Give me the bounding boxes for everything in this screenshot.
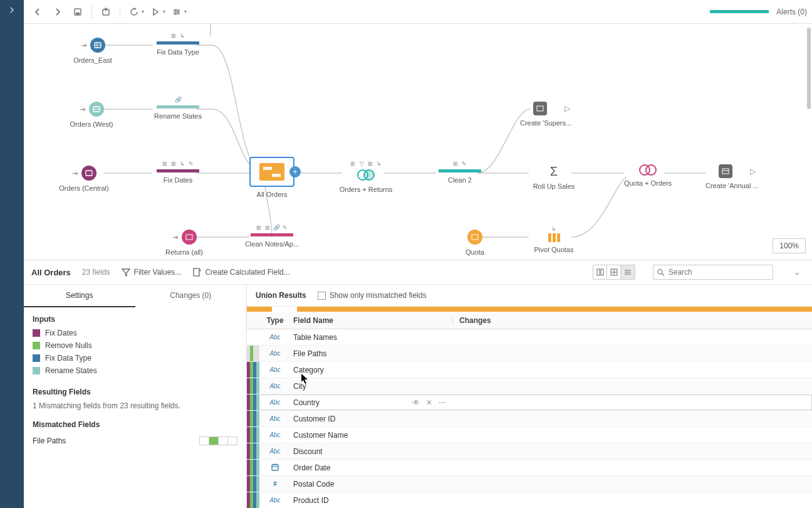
union-results-title: Union Results xyxy=(256,291,306,300)
node-label: Clean 2 xyxy=(448,176,472,184)
mini-icons: ⊞✎ xyxy=(452,161,467,167)
field-name-cell[interactable]: Category xyxy=(289,366,452,374)
type-cell[interactable]: Abc xyxy=(261,448,289,455)
node-label: Clean Notes/Ap... xyxy=(245,240,299,248)
filter-values-button[interactable]: Filter Values... xyxy=(122,268,182,277)
svg-rect-19 xyxy=(86,171,92,176)
field-name-cell[interactable]: File Paths xyxy=(289,349,452,358)
node-create-annual[interactable] xyxy=(719,164,732,178)
node-rollup-sales[interactable]: Σ xyxy=(550,164,558,179)
table-row[interactable]: Abc Country👁✕⋯ xyxy=(247,394,812,411)
publish-button[interactable] xyxy=(97,3,115,21)
type-cell[interactable]: Abc xyxy=(261,497,289,504)
run-dropdown[interactable]: ▾ xyxy=(147,3,165,21)
more-icon[interactable]: ⋯ xyxy=(439,398,446,407)
type-cell[interactable]: Abc xyxy=(261,383,289,389)
tab-changes[interactable]: Changes (0) xyxy=(135,285,247,307)
svg-line-37 xyxy=(662,273,664,275)
type-cell[interactable]: Abc xyxy=(261,431,289,438)
table-row[interactable]: Order Date xyxy=(247,460,812,476)
forward-button[interactable] xyxy=(49,3,66,21)
type-cell[interactable]: Abc xyxy=(261,366,289,373)
mini-icons: ↳ xyxy=(551,226,557,232)
node-orders-returns[interactable] xyxy=(357,169,375,181)
collapse-panel-button[interactable]: ⌄ xyxy=(789,268,804,277)
tab-settings[interactable]: Settings xyxy=(24,285,135,307)
field-name-cell[interactable]: Customer Name xyxy=(289,431,452,440)
search-input[interactable] xyxy=(669,268,769,277)
alerts-label[interactable]: Alerts (0) xyxy=(776,8,807,16)
input-item[interactable]: Fix Data Type xyxy=(33,354,237,362)
svg-rect-28 xyxy=(597,269,600,275)
step-clean-notes[interactable] xyxy=(251,233,293,236)
step-fix-dates[interactable] xyxy=(157,169,199,172)
node-orders-east[interactable] xyxy=(90,38,105,53)
table-row[interactable]: Abc Product ID xyxy=(247,492,812,508)
node-orders-central[interactable] xyxy=(81,166,96,181)
node-orders-west[interactable] xyxy=(89,102,104,117)
svg-point-5 xyxy=(175,13,177,14)
back-button[interactable] xyxy=(29,3,46,21)
type-cell[interactable]: Abc xyxy=(261,415,289,422)
type-cell[interactable] xyxy=(261,463,289,473)
remove-icon[interactable]: ✕ xyxy=(426,398,432,407)
node-quota[interactable] xyxy=(467,230,482,245)
field-name-cell[interactable]: City xyxy=(289,382,452,391)
refresh-dropdown[interactable]: ▾ xyxy=(125,3,144,21)
flow-canvas[interactable]: ⇥ Orders_East ⊞↳ Fix Data Type xyxy=(24,24,812,260)
mini-icons: ⊞▽⊞↳ xyxy=(350,161,382,167)
show-mismatch-checkbox[interactable]: Show only mismatched fields xyxy=(318,291,427,300)
node-quota-orders[interactable] xyxy=(639,164,657,176)
table-row[interactable]: Abc Category xyxy=(247,362,812,378)
mismatched-item[interactable]: File Paths xyxy=(33,434,237,448)
field-name-cell[interactable]: Order Date xyxy=(289,463,452,472)
table-row[interactable]: Abc Customer ID xyxy=(247,411,812,427)
node-all-orders[interactable]: + xyxy=(249,157,294,187)
input-item[interactable]: Fix Dates xyxy=(33,329,237,337)
type-cell[interactable]: # xyxy=(261,480,289,487)
save-button[interactable] xyxy=(69,3,86,21)
input-item[interactable]: Remove Nulls xyxy=(33,341,237,350)
add-step-button[interactable]: + xyxy=(289,166,301,177)
field-name-cell[interactable]: Discount xyxy=(289,447,452,456)
table-row[interactable]: Abc Discount xyxy=(247,443,812,460)
type-cell[interactable]: Abc xyxy=(261,399,289,406)
node-returns-all[interactable] xyxy=(182,230,197,245)
field-name-cell[interactable]: Table Names xyxy=(289,333,452,342)
field-name-cell[interactable]: Customer ID xyxy=(289,415,452,423)
play-icon[interactable]: ▷ xyxy=(565,104,570,113)
step-rename-states[interactable] xyxy=(157,105,199,108)
table-row[interactable]: Abc Customer Name xyxy=(247,427,812,443)
table-row[interactable]: Abc File Paths xyxy=(247,346,812,362)
svg-rect-25 xyxy=(194,268,199,276)
node-label: Quota xyxy=(466,248,484,256)
field-name-cell[interactable]: Country👁✕⋯ xyxy=(289,398,452,407)
play-icon[interactable]: ▷ xyxy=(750,167,756,176)
hide-icon[interactable]: 👁 xyxy=(412,398,420,407)
expand-rail-button[interactable] xyxy=(9,6,15,15)
step-fix-data-type[interactable] xyxy=(157,41,199,45)
view-profile-button[interactable] xyxy=(593,265,607,279)
input-item[interactable]: Rename States xyxy=(33,366,237,375)
mini-icons: ⊞⊞🔗✎ xyxy=(256,225,288,231)
create-calc-field-button[interactable]: Create Calculated Field... xyxy=(192,268,289,277)
table-row[interactable]: Abc City xyxy=(247,378,812,394)
table-row[interactable]: Abc Table Names xyxy=(247,329,812,346)
svg-point-4 xyxy=(177,11,179,13)
node-label: Pivot Quotas xyxy=(534,246,574,253)
type-cell[interactable]: Abc xyxy=(261,334,289,341)
node-create-supers[interactable] xyxy=(533,102,547,115)
node-pivot-quotas[interactable] xyxy=(548,233,560,242)
chevron-down-icon: ▾ xyxy=(142,9,144,14)
view-list-button[interactable] xyxy=(621,265,635,279)
type-cell[interactable]: Abc xyxy=(261,350,289,357)
view-grid-button[interactable] xyxy=(607,265,621,279)
zoom-level[interactable]: 100% xyxy=(773,238,806,253)
search-box[interactable] xyxy=(653,265,773,280)
field-name-cell[interactable]: Product ID xyxy=(289,496,452,505)
table-row[interactable]: # Postal Code xyxy=(247,476,812,492)
field-name-cell[interactable]: Postal Code xyxy=(289,480,452,489)
step-clean2[interactable] xyxy=(439,169,481,172)
canvas-scrollbar[interactable] xyxy=(807,28,811,109)
settings-dropdown[interactable]: ▾ xyxy=(168,3,187,21)
